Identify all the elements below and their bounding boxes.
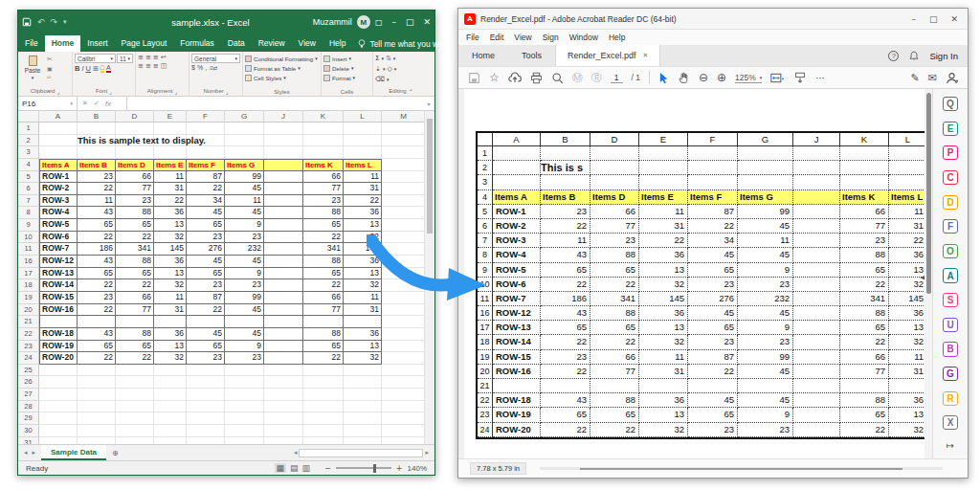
cell-A9[interactable]: ROW-5 [39,219,78,232]
cell-K24[interactable]: 22 [303,352,344,365]
cell-L31[interactable] [344,437,382,444]
cell-G19[interactable]: 99 [225,292,264,304]
cell-D29[interactable] [116,412,154,425]
cell-J25[interactable] [264,365,303,377]
formula-bar-expand-icon[interactable]: ▾ [423,97,434,110]
cell-A20[interactable]: ROW-16 [39,304,78,317]
cell-B31[interactable] [78,437,116,444]
cell-B21[interactable] [78,316,116,328]
cell-A17[interactable]: ROW-13 [39,268,78,280]
previous-page-icon[interactable]: Ⓜ [572,71,583,85]
request-signature-icon[interactable]: R [943,391,958,406]
alignment-dialog-launcher-icon[interactable]: ⌟ [174,88,177,95]
cell-J17[interactable] [264,268,303,280]
pdf-page-view[interactable]: ABDEFGJKL12This is s34Items AItems BItem… [458,89,924,458]
cell-J18[interactable] [264,279,303,292]
paste-button[interactable]: Paste ▾ [20,54,45,80]
cell-M25[interactable] [382,365,424,377]
cell-E30[interactable] [154,425,187,437]
undo-icon[interactable]: ↶ [37,17,45,27]
cell-K8[interactable]: 88 [303,207,344,219]
formula-input[interactable] [127,97,423,110]
cell-J2[interactable] [264,135,303,147]
cell-M6[interactable] [382,183,424,195]
cell-J23[interactable] [264,341,303,353]
cell-J20[interactable] [264,304,303,317]
cell-A21[interactable] [39,316,78,328]
cell-J1[interactable] [264,122,303,135]
comment-icon[interactable]: D [943,195,958,210]
cell-G2[interactable] [225,135,264,147]
minimize-button[interactable]: – [391,17,396,27]
cell-M20[interactable] [382,304,424,317]
cell-D22[interactable]: 88 [116,328,154,341]
cell-B29[interactable] [78,412,116,425]
cell-G23[interactable]: 9 [225,341,264,353]
cell-A31[interactable] [39,437,78,444]
cell-B16[interactable]: 43 [78,256,116,268]
cell-G16[interactable]: 45 [225,256,264,268]
ribbon-tab-page-layout[interactable]: Page Layout [115,35,174,52]
cell-E5[interactable]: 11 [154,171,187,184]
cell-D3[interactable] [116,146,154,159]
cell-B7[interactable]: 11 [78,195,116,208]
cell-E18[interactable]: 32 [154,279,187,292]
zoom-in-icon[interactable]: + [396,464,403,473]
confirm-entry-icon[interactable]: ✓ [94,100,100,107]
cell-K4[interactable]: Items K [303,159,344,171]
cell-E28[interactable] [154,401,187,413]
bold-button[interactable]: B [75,64,79,73]
cell-A4[interactable]: Items A [39,159,78,171]
cell-A22[interactable]: ROW-18 [39,328,78,341]
cell-G4[interactable]: Items G [225,159,264,171]
fit-width-icon[interactable] [770,72,785,84]
ribbon-collapse-icon[interactable]: ⌃ [409,88,413,95]
ribbon-tab-home[interactable]: Home [45,35,81,52]
pdf-vscroll-thumb[interactable] [926,93,931,294]
underline-button[interactable]: U [86,64,91,73]
zoom-slider-knob[interactable] [373,464,376,473]
cell-G21[interactable] [225,316,264,328]
customize-qat-icon[interactable]: ▾ [63,18,67,26]
row-header-1[interactable]: 1 [18,122,39,135]
cell-A5[interactable]: ROW-1 [39,171,78,184]
cell-M30[interactable] [382,425,424,437]
cell-L20[interactable]: 31 [344,304,382,317]
cell-E31[interactable] [154,437,187,444]
cell-B8[interactable]: 43 [78,207,116,219]
cell-D7[interactable]: 23 [116,195,154,208]
zoom-slider[interactable] [336,467,391,469]
cell-A25[interactable] [39,365,78,377]
sort-filter-icon[interactable]: ⇅ [386,55,391,62]
cell-A27[interactable] [39,389,78,401]
more-tools-icon[interactable]: ⋯ [815,73,825,83]
cell-F31[interactable] [187,437,225,444]
cell-E8[interactable]: 36 [154,207,187,219]
cell-J30[interactable] [264,425,303,437]
hscroll-left-icon[interactable]: ◂ [294,449,298,457]
cell-G27[interactable] [225,389,264,401]
cell-G28[interactable] [225,401,264,413]
cell-A11[interactable]: ROW-7 [39,243,78,256]
row-header-19[interactable]: 19 [18,292,39,304]
user-name[interactable]: Muzammil [313,17,352,27]
tab-tools[interactable]: Tools [508,45,555,66]
search-tool-icon[interactable]: Q [943,97,958,111]
align-left-icon[interactable]: ≡ [138,62,144,70]
cell-K27[interactable] [303,389,344,401]
close-tab-icon[interactable]: ✕ [643,52,649,59]
close-button[interactable]: ✕ [423,17,431,27]
align-center-icon[interactable]: ≡ [145,62,151,70]
row-header-3[interactable]: 3 [18,146,39,159]
cell-G17[interactable]: 9 [225,268,264,280]
cell-B28[interactable] [78,401,116,413]
decimal-icons[interactable]: .0⇄ [209,65,217,71]
cell-L26[interactable] [344,376,382,389]
cell-A18[interactable]: ROW-14 [39,279,78,292]
select-cursor-icon[interactable] [658,72,669,84]
cell-L27[interactable] [344,389,382,401]
find-select-icon[interactable]: ◇ [387,65,391,73]
cell-K17[interactable]: 65 [303,268,344,280]
row-header-24[interactable]: 24 [18,352,39,365]
cell-E10[interactable]: 32 [154,232,187,244]
